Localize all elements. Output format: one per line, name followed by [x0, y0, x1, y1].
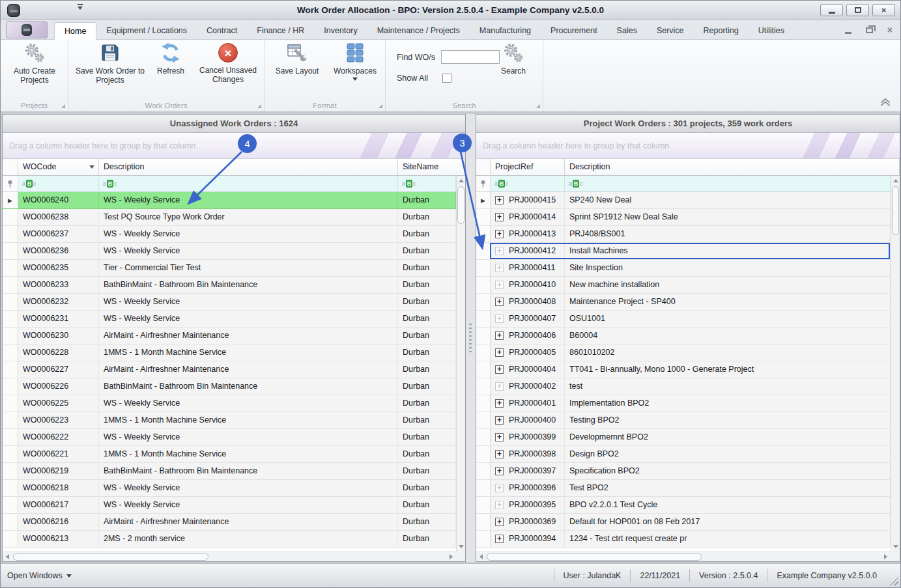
close-button[interactable]: × [872, 4, 895, 16]
project-row[interactable]: PRJ0000412 Install Machines [476, 243, 891, 260]
scroll-left-icon[interactable] [6, 554, 9, 559]
work-order-row[interactable]: WO0006228 1MMS - 1 Month Machine Service… [3, 344, 456, 361]
work-order-row[interactable]: WO0006219 BathBinMaint - Bathroom Bin Ma… [3, 463, 456, 480]
work-order-row[interactable]: WO0006227 AirMaint - Airfreshner Mainten… [3, 361, 456, 378]
project-row[interactable]: PRJ0000405 8601010202 [476, 344, 891, 361]
work-order-row[interactable]: WO0006222 WS - Weekly Service Durban [3, 429, 456, 446]
work-order-row[interactable]: WO0006218 WS - Weekly Service Durban [3, 480, 456, 497]
expand-icon[interactable] [495, 298, 504, 306]
expand-icon[interactable] [495, 230, 504, 238]
project-row[interactable]: PRJ0000398 Design BPO2 [476, 446, 891, 463]
expand-icon[interactable] [495, 247, 504, 255]
work-order-row[interactable]: WO0006223 1MMS - 1 Month Machine Service… [3, 412, 456, 429]
filter-pin-cell[interactable] [476, 176, 491, 191]
work-order-row[interactable]: WO0006232 WS - Weekly Service Durban [3, 294, 456, 311]
scroll-left-icon[interactable] [479, 554, 483, 559]
expand-icon[interactable] [495, 450, 504, 458]
ribbon-tab[interactable]: Reporting [694, 22, 749, 40]
scroll-right-icon[interactable] [450, 554, 453, 559]
ribbon-tab[interactable]: Home [54, 22, 96, 40]
expand-icon[interactable] [495, 399, 504, 408]
work-order-row[interactable]: WO0006233 BathBinMaint - Bathroom Bin Ma… [3, 277, 456, 294]
project-row[interactable]: PRJ0000394 1234 - Test ctrt request crea… [476, 531, 891, 548]
ribbon-tab[interactable]: Equipment / Locations [96, 22, 197, 40]
work-order-row[interactable]: WO0006226 BathBinMaint - Bathroom Bin Ma… [3, 378, 456, 395]
ribbon-tab[interactable]: Sales [607, 22, 647, 40]
filter-cell-description[interactable] [99, 176, 398, 191]
filter-cell-description[interactable] [565, 176, 891, 191]
column-header-wocode[interactable]: WOCode [18, 159, 99, 175]
project-row[interactable]: PRJ0000399 Developmemnt BPO2 [476, 429, 891, 446]
work-order-row[interactable]: WO0006216 AirMaint - Airfreshner Mainten… [3, 514, 456, 531]
project-row[interactable]: PRJ0000414 Sprint SP1912 New Deal Sale [476, 209, 891, 226]
mdi-minimize-button[interactable] [845, 27, 851, 34]
project-row[interactable]: PRJ0000407 OSU1001 [476, 311, 891, 328]
project-row[interactable]: PRJ0000413 PRJ408/BS001 [476, 226, 891, 243]
column-header-description[interactable]: Description [99, 159, 398, 175]
expand-icon[interactable] [495, 331, 504, 340]
application-menu-button[interactable] [6, 21, 48, 38]
project-row[interactable]: PRJ0000397 Specification BPO2 [476, 463, 891, 480]
expand-icon[interactable] [495, 315, 504, 323]
ribbon-tab[interactable]: Finance / HR [247, 22, 314, 40]
work-order-row[interactable]: WO0006230 AirMaint - Airfreshner Mainten… [3, 328, 456, 344]
expand-icon[interactable] [495, 382, 504, 391]
expand-icon[interactable] [495, 535, 504, 543]
maximize-button[interactable] [846, 4, 869, 16]
expand-icon[interactable] [495, 365, 504, 374]
ribbon-tab[interactable]: Inventory [314, 22, 367, 40]
left-group-by-bar[interactable]: Drag a column header here to group by th… [3, 133, 465, 159]
show-all-checkbox[interactable] [442, 74, 451, 83]
ribbon-tab[interactable]: Manufacturing [470, 22, 541, 40]
scrollbar-thumb[interactable] [13, 553, 208, 561]
left-horizontal-scrollbar[interactable] [3, 552, 456, 561]
refresh-button[interactable]: Refresh [149, 42, 192, 76]
expand-icon[interactable] [495, 416, 504, 425]
right-horizontal-scrollbar[interactable] [476, 552, 891, 561]
dialog-launcher-icon[interactable] [61, 104, 65, 108]
project-row[interactable]: PRJ0000369 Default for HOP001 on 08 Feb … [476, 514, 891, 531]
scroll-up-icon[interactable] [459, 179, 464, 182]
expand-icon[interactable] [495, 518, 504, 526]
mdi-restore-button[interactable] [866, 27, 873, 33]
ribbon-tab[interactable]: Service [647, 22, 694, 40]
resize-grip-icon[interactable] [890, 577, 898, 585]
left-vertical-scrollbar[interactable] [456, 176, 465, 552]
filter-pin-cell[interactable] [3, 176, 18, 191]
work-order-row[interactable]: WO0006240 WS - Weekly Service Durban [3, 192, 456, 209]
expand-icon[interactable] [495, 264, 504, 272]
scroll-down-icon[interactable] [893, 545, 898, 548]
project-row[interactable]: PRJ0000396 Test BPO2 [476, 480, 891, 497]
expand-icon[interactable] [495, 348, 504, 357]
dialog-launcher-icon[interactable] [257, 104, 261, 108]
work-order-row[interactable]: WO0006213 2MS - 2 month service Durban [3, 531, 456, 548]
project-row[interactable]: PRJ0000400 Testing BPO2 [476, 412, 891, 429]
project-row[interactable]: PRJ0000401 Implementation BPO2 [476, 395, 891, 412]
auto-create-projects-button[interactable]: Auto Create Projects [1, 42, 68, 85]
expand-icon[interactable] [495, 484, 504, 492]
search-button[interactable]: Search [491, 42, 536, 76]
open-windows-dropdown[interactable]: Open Windows [7, 571, 72, 580]
filter-cell-projectref[interactable] [491, 176, 565, 191]
collapse-ribbon-icon[interactable] [880, 98, 891, 106]
scroll-down-icon[interactable] [459, 545, 464, 548]
work-order-row[interactable]: WO0006237 WS - Weekly Service Durban [3, 226, 456, 243]
scrollbar-thumb[interactable] [892, 186, 899, 235]
save-layout-button[interactable]: Save Layout [268, 42, 326, 76]
work-order-row[interactable]: WO0006231 WS - Weekly Service Durban [3, 311, 456, 328]
project-row[interactable]: PRJ0000404 TT041 - Bi-annually, Mono 100… [476, 361, 891, 378]
ribbon-tab[interactable]: Utilities [749, 22, 794, 40]
workspaces-button[interactable]: Workspaces [327, 42, 383, 81]
dialog-launcher-icon[interactable] [379, 104, 382, 108]
work-order-row[interactable]: WO0006236 WS - Weekly Service Durban [3, 243, 456, 260]
expand-icon[interactable] [495, 501, 504, 509]
scrollbar-thumb[interactable] [457, 186, 465, 224]
expand-icon[interactable] [495, 213, 504, 221]
column-header-sitename[interactable]: SiteName [398, 159, 465, 175]
ribbon-tab[interactable]: Maintenance / Projects [367, 22, 470, 40]
expand-icon[interactable] [495, 196, 504, 204]
column-header-description[interactable]: Description [565, 159, 900, 175]
project-row[interactable]: PRJ0000402 test [476, 378, 891, 395]
scroll-up-icon[interactable] [893, 179, 898, 182]
dialog-launcher-icon[interactable] [536, 104, 540, 108]
